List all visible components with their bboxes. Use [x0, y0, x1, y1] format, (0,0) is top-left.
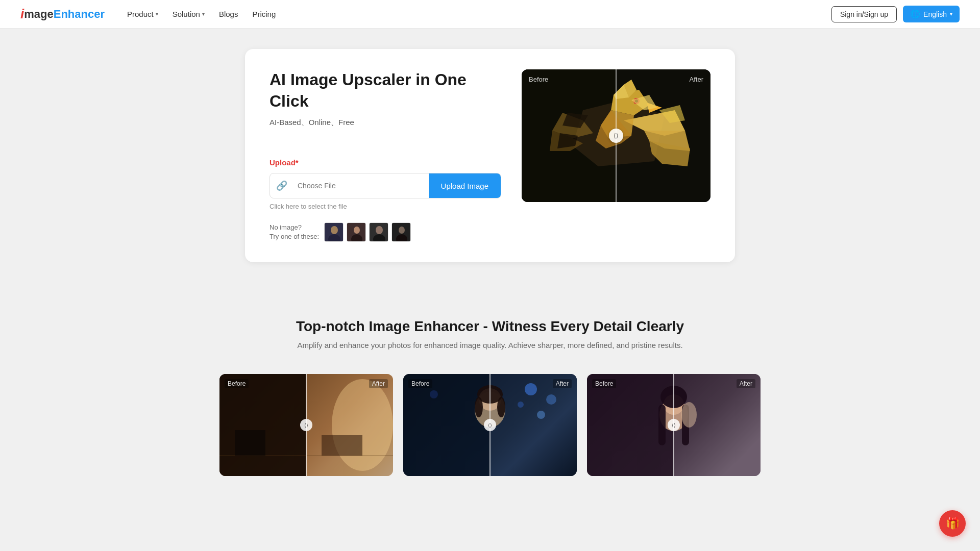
nav-pricing-label: Pricing — [252, 10, 276, 18]
upload-label: Upload* — [270, 158, 501, 167]
svg-point-51 — [546, 394, 556, 405]
hero-card: AI Image Upscaler in One Click AI-Based、… — [245, 49, 735, 262]
chevron-down-icon: ▾ — [950, 11, 952, 17]
card-handle[interactable]: ⟨⟩ — [300, 419, 312, 431]
file-input[interactable] — [293, 176, 429, 196]
logo-enhancer: Enhancer — [54, 8, 105, 21]
svg-point-38 — [332, 379, 393, 471]
signin-button[interactable]: Sign in/Sign up — [831, 6, 897, 22]
logo[interactable]: i mage Enhancer — [20, 6, 105, 22]
svg-rect-40 — [235, 430, 265, 456]
svg-rect-7 — [347, 223, 366, 242]
upload-button[interactable]: Upload Image — [429, 173, 501, 198]
svg-point-49 — [537, 411, 545, 419]
sample-thumb-2[interactable] — [347, 222, 366, 242]
card-handle-3[interactable]: ⟨⟩ — [668, 419, 680, 431]
demo-card-inner-3: Before After ⟨⟩ — [587, 374, 761, 476]
svg-rect-36 — [219, 374, 306, 476]
sample-thumb-3[interactable] — [369, 222, 388, 242]
card-before-label-2: Before — [408, 379, 432, 388]
language-label: English — [923, 10, 947, 18]
sample-thumbs — [324, 222, 411, 242]
sample-thumb-4[interactable] — [391, 222, 411, 242]
section-title: Top-notch Image Enhancer - Witness Every… — [10, 318, 970, 335]
language-button[interactable]: 🌐 English ▾ — [903, 6, 960, 22]
card-before-label: Before — [225, 379, 249, 388]
nav-blogs[interactable]: Blogs — [213, 6, 244, 22]
before-after-image: Before After ⟨⟩ — [522, 69, 710, 202]
after-label: After — [690, 76, 703, 83]
svg-rect-11 — [370, 223, 388, 242]
upload-row[interactable]: 🔗 Upload Image — [270, 173, 501, 198]
svg-point-47 — [497, 397, 505, 417]
svg-point-59 — [681, 402, 697, 428]
nav-solution-label: Solution — [173, 10, 200, 18]
demo-cards-row: Before After ⟨⟩ — [184, 374, 796, 476]
svg-rect-15 — [392, 223, 411, 242]
demo-card-inner: Before After ⟨⟩ — [219, 374, 393, 476]
logo-mage: mage — [24, 8, 53, 21]
bottom-section: Top-notch Image Enhancer - Witness Every… — [0, 288, 980, 496]
hero-left: AI Image Upscaler in One Click AI-Based、… — [270, 69, 501, 242]
demo-card-room: Before After ⟨⟩ — [219, 374, 393, 476]
hero-title: AI Image Upscaler in One Click — [270, 69, 501, 112]
chevron-down-icon: ▾ — [202, 11, 205, 17]
before-label: Before — [529, 76, 548, 83]
svg-rect-3 — [325, 223, 344, 242]
sample-row: No image? Try one of these: — [270, 222, 501, 242]
hero-right: Before After ⟨⟩ — [522, 69, 710, 202]
globe-icon: 🌐 — [910, 9, 920, 19]
card-after-label: After — [369, 379, 388, 388]
nav-product[interactable]: Product ▾ — [121, 6, 164, 22]
demo-card-portrait: Before After ⟨⟩ — [587, 374, 761, 476]
nav-blogs-label: Blogs — [219, 10, 238, 18]
svg-rect-41 — [322, 435, 362, 456]
click-hint: Click here to select the file — [270, 203, 501, 210]
navbar: i mage Enhancer Product ▾ Solution ▾ Blo… — [0, 0, 980, 29]
nav-product-label: Product — [127, 10, 154, 18]
nav-items: Product ▾ Solution ▾ Blogs Pricing — [121, 6, 831, 22]
hero-section: AI Image Upscaler in One Click AI-Based、… — [0, 29, 980, 288]
svg-point-50 — [518, 402, 524, 408]
svg-point-52 — [430, 390, 438, 398]
link-icon: 🔗 — [270, 180, 293, 191]
nav-right: Sign in/Sign up 🌐 English ▾ — [831, 6, 960, 22]
nav-pricing[interactable]: Pricing — [246, 6, 282, 22]
demo-card-woman: Before After ⟨⟩ — [403, 374, 577, 476]
section-subtitle: Amplify and enhance your photos for enha… — [10, 341, 970, 349]
card-after-label-3: After — [737, 379, 755, 388]
hero-subtitle: AI-Based、Online、Free — [270, 118, 501, 128]
svg-rect-57 — [658, 405, 666, 445]
card-before-label-3: Before — [592, 379, 616, 388]
sample-thumb-1[interactable] — [324, 222, 344, 242]
chevron-down-icon: ▾ — [156, 11, 158, 17]
card-after-label-2: After — [553, 379, 572, 388]
svg-point-46 — [475, 397, 483, 417]
nav-solution[interactable]: Solution ▾ — [166, 6, 211, 22]
card-handle-2[interactable]: ⟨⟩ — [484, 419, 496, 431]
logo-i: i — [20, 6, 24, 22]
svg-point-48 — [525, 383, 537, 395]
slider-handle[interactable]: ⟨⟩ — [609, 129, 623, 143]
demo-card-inner-2: Before After ⟨⟩ — [403, 374, 577, 476]
sample-label: No image? Try one of these: — [270, 223, 319, 241]
